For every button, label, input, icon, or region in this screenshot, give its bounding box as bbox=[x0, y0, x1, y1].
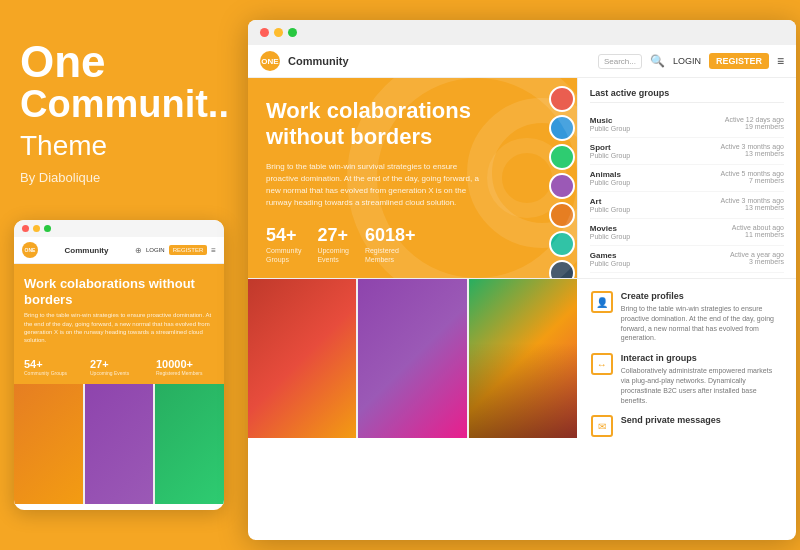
mobile-photo-grid bbox=[14, 384, 224, 504]
browser-titlebar bbox=[248, 20, 796, 45]
browser-logo: ONE bbox=[260, 51, 280, 71]
mobile-dot-green bbox=[44, 225, 51, 232]
mobile-menu-icon[interactable]: ≡ bbox=[211, 246, 216, 255]
group-members-5: 3 members bbox=[730, 258, 784, 265]
mobile-stat-label-3: Registered Members bbox=[156, 370, 214, 377]
hero-stat-2: 27+ UpcomingEvents bbox=[317, 225, 349, 264]
group-item-right-2: Active 5 months ago 7 members bbox=[721, 170, 784, 186]
group-item-5[interactable]: Games Public Group Active a year ago 3 m… bbox=[590, 246, 784, 273]
browser-mockup: ONE Community Search... 🔍 LOGIN REGISTER… bbox=[248, 20, 796, 540]
feature-icon-1: 👤 bbox=[591, 291, 613, 313]
group-active-1: Active 3 months ago bbox=[721, 143, 784, 150]
group-type-3: Public Group bbox=[590, 206, 630, 213]
mobile-nav: ONE Community ⊕ LOGIN REGISTER ≡ bbox=[14, 237, 224, 264]
hero-stat-label-2: UpcomingEvents bbox=[317, 246, 349, 264]
mobile-stat-label-2: Upcoming Events bbox=[90, 370, 148, 377]
browser-hamburger-icon[interactable]: ≡ bbox=[777, 54, 784, 68]
mobile-stat-1: 54+ Community Groups bbox=[24, 358, 82, 377]
group-type-0: Public Group bbox=[590, 125, 630, 132]
title-theme: Theme bbox=[20, 130, 240, 162]
hero-description: Bring to the table win-win survival stra… bbox=[266, 161, 486, 209]
browser-dot-green bbox=[288, 28, 297, 37]
hero-stat-num-3: 6018+ bbox=[365, 225, 416, 246]
group-item-right-0: Active 12 days ago 19 members bbox=[725, 116, 784, 132]
mobile-photo-1 bbox=[14, 384, 83, 504]
group-type-2: Public Group bbox=[590, 179, 630, 186]
group-active-2: Active 5 months ago bbox=[721, 170, 784, 177]
feature-icon-3: ✉ bbox=[591, 415, 613, 437]
hero-stat-1: 54+ CommunityGroups bbox=[266, 225, 301, 264]
browser-search-placeholder: Search... bbox=[604, 57, 636, 66]
hero-stat-3: 6018+ RegisteredMembers bbox=[365, 225, 416, 264]
mobile-logo: ONE bbox=[22, 242, 38, 258]
group-name-4: Movies bbox=[590, 224, 630, 233]
group-item-2[interactable]: Animals Public Group Active 5 months ago… bbox=[590, 165, 784, 192]
group-type-5: Public Group bbox=[590, 260, 630, 267]
group-type-4: Public Group bbox=[590, 233, 630, 240]
mobile-photo-3 bbox=[155, 384, 224, 504]
group-item-3[interactable]: Art Public Group Active 3 months ago 13 … bbox=[590, 192, 784, 219]
mobile-stat-num-1: 54+ bbox=[24, 358, 82, 370]
group-item-right-1: Active 3 months ago 13 members bbox=[721, 143, 784, 159]
mobile-hero: Work colaborations without borders Bring… bbox=[14, 264, 224, 353]
hero-stat-label-1: CommunityGroups bbox=[266, 246, 301, 264]
mobile-photo-2 bbox=[85, 384, 154, 504]
hero-avatars bbox=[549, 86, 575, 278]
hero-stat-num-2: 27+ bbox=[317, 225, 349, 246]
feature-desc-2: Collaboratively administrate empowered m… bbox=[621, 366, 782, 405]
avatar-5 bbox=[549, 202, 575, 228]
group-name-1: Sport bbox=[590, 143, 630, 152]
browser-search-icon[interactable]: 🔍 bbox=[650, 54, 665, 68]
group-name-3: Art bbox=[590, 197, 630, 206]
avatar-2 bbox=[549, 115, 575, 141]
group-item-left-3: Art Public Group bbox=[590, 197, 630, 213]
group-members-1: 13 members bbox=[721, 150, 784, 157]
avatar-3 bbox=[549, 144, 575, 170]
hero-title-collab: colaborations bbox=[327, 98, 471, 123]
group-item-1[interactable]: Sport Public Group Active 3 months ago 1… bbox=[590, 138, 784, 165]
mobile-register[interactable]: REGISTER bbox=[169, 245, 208, 255]
feature-1: 👤 Create profiles Bring to the table win… bbox=[591, 291, 782, 343]
group-active-4: Active about ago bbox=[732, 224, 784, 231]
group-name-0: Music bbox=[590, 116, 630, 125]
browser-dot-red bbox=[260, 28, 269, 37]
mobile-login[interactable]: LOGIN bbox=[146, 247, 165, 253]
feature-title-1: Create profiles bbox=[621, 291, 782, 301]
feature-3: ✉ Send private messages bbox=[591, 415, 782, 437]
group-name-2: Animals bbox=[590, 170, 630, 179]
feature-text-3: Send private messages bbox=[621, 415, 721, 428]
groups-title: Last active groups bbox=[590, 88, 784, 103]
lower-photo-2 bbox=[358, 279, 466, 438]
avatar-1 bbox=[549, 86, 575, 112]
mobile-mockup: ONE Community ⊕ LOGIN REGISTER ≡ Work co… bbox=[14, 220, 224, 510]
group-active-0: Active 12 days ago bbox=[725, 116, 784, 123]
title-one: One bbox=[20, 40, 240, 84]
group-active-3: Active 3 months ago bbox=[721, 197, 784, 204]
hero-deco-circle-2 bbox=[487, 138, 567, 218]
group-item-left-5: Games Public Group bbox=[590, 251, 630, 267]
mobile-stat-num-3: 10000+ bbox=[156, 358, 214, 370]
group-item-0[interactable]: Music Public Group Active 12 days ago 19… bbox=[590, 111, 784, 138]
avatar-4 bbox=[549, 173, 575, 199]
group-members-2: 7 members bbox=[721, 177, 784, 184]
hero-stat-label-3: RegisteredMembers bbox=[365, 246, 416, 264]
by-line: By Diabolique bbox=[20, 170, 240, 185]
groups-list: Music Public Group Active 12 days ago 19… bbox=[590, 111, 784, 273]
avatar-7 bbox=[549, 260, 575, 278]
mobile-search-icon: ⊕ bbox=[135, 246, 142, 255]
browser-register-btn[interactable]: REGISTER bbox=[709, 53, 769, 69]
mobile-hero-desc: Bring to the table win-win strategies to… bbox=[24, 311, 214, 345]
hero-title-borders: without borders bbox=[266, 124, 432, 149]
mobile-stat-3: 10000+ Registered Members bbox=[156, 358, 214, 377]
browser-search-area[interactable]: Search... bbox=[598, 54, 642, 69]
mobile-nav-right: ⊕ LOGIN REGISTER ≡ bbox=[135, 245, 216, 255]
group-item-right-5: Active a year ago 3 members bbox=[730, 251, 784, 267]
group-name-5: Games bbox=[590, 251, 630, 260]
mobile-dot-yellow bbox=[33, 225, 40, 232]
left-panel: One Communit.. Theme By Diabolique bbox=[20, 40, 240, 185]
browser-login-btn[interactable]: LOGIN bbox=[673, 56, 701, 66]
mobile-stats: 54+ Community Groups 27+ Upcoming Events… bbox=[14, 353, 224, 385]
group-item-4[interactable]: Movies Public Group Active about ago 11 … bbox=[590, 219, 784, 246]
features-panel: 👤 Create profiles Bring to the table win… bbox=[577, 279, 796, 438]
photo-overlay bbox=[469, 343, 577, 438]
